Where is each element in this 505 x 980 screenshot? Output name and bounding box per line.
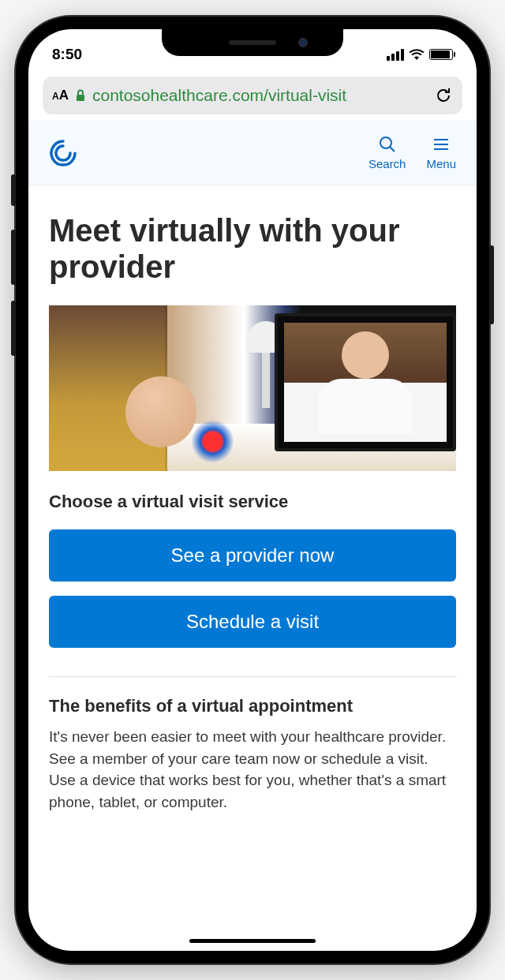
battery-icon [429, 49, 453, 60]
phone-frame: 8:50 AA contosohealthcare.com/virtual-vi… [16, 17, 489, 963]
phone-notch [162, 29, 343, 56]
svg-line-2 [390, 147, 395, 151]
browser-address-bar[interactable]: AA contosohealthcare.com/virtual-visit [43, 77, 462, 114]
see-provider-now-button[interactable]: See a provider now [49, 529, 456, 582]
reload-icon[interactable] [434, 86, 453, 105]
section-divider [49, 676, 456, 677]
phone-mute-switch [11, 174, 16, 206]
svg-rect-0 [77, 95, 84, 101]
phone-volume-up [11, 230, 16, 285]
lock-icon [75, 89, 86, 102]
page-content: Search Menu Meet virtually with your pro… [28, 114, 477, 813]
url-text: contosohealthcare.com/virtual-visit [92, 86, 428, 105]
phone-power-button [489, 245, 494, 324]
hamburger-icon [432, 135, 451, 154]
svg-point-1 [380, 137, 391, 148]
page-title: Meet virtually with your provider [49, 212, 456, 285]
hero-image [49, 305, 456, 471]
site-header: Search Menu [28, 121, 477, 185]
benefits-body-text: It's never been easier to meet with your… [49, 726, 456, 813]
search-label: Search [368, 157, 406, 170]
phone-volume-down [11, 301, 16, 356]
menu-label: Menu [426, 157, 456, 170]
search-button[interactable]: Search [368, 135, 406, 170]
logo-icon[interactable] [49, 139, 77, 167]
cellular-signal-icon [387, 49, 404, 61]
status-time: 8:50 [52, 46, 82, 63]
menu-button[interactable]: Menu [426, 135, 456, 170]
choose-service-heading: Choose a virtual visit service [49, 492, 456, 512]
phone-screen: 8:50 AA contosohealthcare.com/virtual-vi… [28, 29, 477, 951]
search-icon [378, 135, 397, 154]
wifi-icon [409, 49, 425, 61]
text-size-button[interactable]: AA [52, 88, 69, 103]
home-indicator[interactable] [189, 939, 316, 943]
benefits-heading: The benefits of a virtual appointment [49, 696, 456, 716]
schedule-visit-button[interactable]: Schedule a visit [49, 596, 456, 648]
